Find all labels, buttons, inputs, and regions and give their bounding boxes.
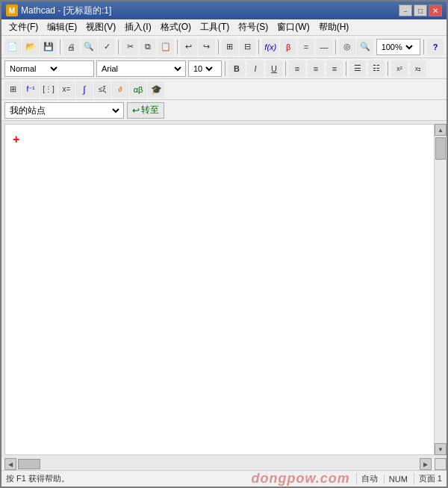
scroll-thumb-v[interactable] bbox=[435, 137, 446, 160]
goto-label: 转至 bbox=[141, 104, 159, 116]
status-bar: 按 F1 获得帮助。 dongpow.com 自动 NUM 页面 1 bbox=[1, 470, 447, 487]
align-left-button[interactable]: ≡ bbox=[289, 60, 305, 77]
menu-help[interactable]: 帮助(H) bbox=[314, 19, 354, 35]
format-sep-4 bbox=[388, 61, 388, 76]
location-select[interactable]: 我的站点 bbox=[7, 104, 122, 116]
fx-button[interactable]: f(x) bbox=[262, 39, 279, 55]
format-bar: Normal Heading 1 Heading 2 Arial Times N… bbox=[1, 58, 447, 79]
status-num: NUM bbox=[384, 475, 408, 484]
style-select-container[interactable]: Normal Heading 1 Heading 2 bbox=[4, 60, 94, 77]
scroll-left-button[interactable]: ◀ bbox=[4, 458, 16, 470]
font-select-container[interactable]: Arial Times New Roman SimSun bbox=[96, 60, 186, 77]
scroll-track-v[interactable] bbox=[435, 136, 447, 443]
menu-window[interactable]: 窗口(W) bbox=[273, 19, 314, 35]
title-bar: M Mathcad - [无标题的:1] – □ ✕ bbox=[1, 1, 447, 19]
dash-button[interactable]: — bbox=[316, 39, 332, 55]
h-scroll-row: ◀ ▶ bbox=[1, 458, 447, 470]
matrix-button[interactable]: ⊞ bbox=[4, 81, 21, 98]
print-button[interactable]: 🖨 bbox=[63, 39, 80, 55]
preview-button[interactable]: 🔍 bbox=[81, 39, 98, 55]
document-pane[interactable]: + bbox=[4, 124, 435, 455]
vector-button[interactable]: [⋮] bbox=[40, 81, 57, 98]
zoom-out-button[interactable]: 🔍 bbox=[357, 39, 373, 55]
italic-button[interactable]: I bbox=[247, 60, 264, 77]
bottom-row: ◀ ▶ 按 F1 获得帮助。 dongpow.com 自动 NUM 页面 1 bbox=[1, 458, 447, 487]
nav-bar: 我的站点 ↩ 转至 bbox=[1, 100, 447, 121]
greek-button[interactable]: αβ bbox=[130, 81, 146, 98]
list1-button[interactable]: ☰ bbox=[349, 60, 366, 77]
main-window: M Mathcad - [无标题的:1] – □ ✕ 文件(F) 编辑(E) 视… bbox=[0, 0, 448, 488]
underline-button[interactable]: U bbox=[266, 60, 282, 77]
size-select[interactable]: 10 8 9 11 12 bbox=[190, 63, 215, 74]
derivative-button[interactable]: ∂ bbox=[112, 81, 128, 98]
menu-file[interactable]: 文件(F) bbox=[4, 19, 43, 35]
menu-symbols[interactable]: 符号(S) bbox=[234, 19, 273, 35]
vertical-scrollbar[interactable]: ▲ ▼ bbox=[435, 124, 447, 455]
insert1-button[interactable]: ⊞ bbox=[222, 39, 238, 55]
insert2-button[interactable]: ⊟ bbox=[240, 39, 256, 55]
equals-button[interactable]: = bbox=[298, 39, 314, 55]
bold-button[interactable]: B bbox=[228, 60, 245, 77]
menu-tools[interactable]: 工具(T) bbox=[196, 19, 234, 35]
location-select-container[interactable]: 我的站点 bbox=[4, 102, 124, 119]
function-button[interactable]: f⁻¹ bbox=[22, 81, 39, 98]
scroll-thumb-h[interactable] bbox=[18, 459, 40, 469]
scroll-track-h[interactable] bbox=[16, 458, 420, 470]
toolbar-sep-4 bbox=[218, 40, 219, 54]
assign-button[interactable]: x= bbox=[58, 81, 75, 98]
menu-format[interactable]: 格式(O) bbox=[156, 19, 196, 35]
status-auto: 自动 bbox=[356, 473, 378, 484]
superscript-button[interactable]: x² bbox=[391, 60, 408, 77]
toolbar-sep-7 bbox=[423, 40, 424, 54]
font-select[interactable]: Arial Times New Roman SimSun bbox=[99, 63, 184, 74]
scroll-right-button[interactable]: ▶ bbox=[420, 458, 432, 470]
align-right-button[interactable]: ≡ bbox=[326, 60, 343, 77]
cursor-marker: + bbox=[13, 134, 19, 146]
format-sep-3 bbox=[346, 61, 346, 76]
beta-button[interactable]: β bbox=[280, 39, 296, 55]
scroll-down-button[interactable]: ▼ bbox=[435, 443, 447, 455]
redo-button[interactable]: ↪ bbox=[199, 39, 215, 55]
zoom-select-container[interactable]: 100% 50% 75% 125% 150% 200% bbox=[376, 39, 421, 55]
zoom-select[interactable]: 100% 50% 75% 125% 150% 200% bbox=[379, 42, 415, 52]
integral-button[interactable]: ∫ bbox=[76, 81, 93, 98]
scroll-up-button[interactable]: ▲ bbox=[435, 124, 447, 136]
target-button[interactable]: ◎ bbox=[339, 39, 355, 55]
save-button[interactable]: 💾 bbox=[40, 39, 57, 55]
status-right: dongpow.com 自动 NUM 页面 1 bbox=[251, 471, 442, 487]
style-select[interactable]: Normal Heading 1 Heading 2 bbox=[7, 63, 60, 74]
format-sep-2 bbox=[285, 61, 286, 76]
math-toolbar: ⊞ f⁻¹ [⋮] x= ∫ ≤ξ ∂ αβ 🎓 bbox=[1, 79, 447, 100]
main-toolbar: 📄 📂 💾 🖨 🔍 ✓ ✂ ⧉ 📋 ↩ ↪ ⊞ ⊟ f(x) β = — ◎ 🔍… bbox=[1, 36, 447, 58]
paste-button[interactable]: 📋 bbox=[158, 39, 174, 55]
menu-insert[interactable]: 插入(I) bbox=[120, 19, 155, 35]
horizontal-scrollbar[interactable]: ◀ ▶ bbox=[4, 458, 432, 470]
unit-button[interactable]: 🎓 bbox=[148, 81, 164, 98]
minimize-button[interactable]: – bbox=[399, 4, 412, 16]
status-page: 页面 1 bbox=[414, 473, 442, 484]
goto-icon: ↩ bbox=[132, 105, 140, 116]
cut-button[interactable]: ✂ bbox=[122, 39, 138, 55]
align-center-button[interactable]: ≡ bbox=[308, 60, 324, 77]
open-button[interactable]: 📂 bbox=[22, 39, 39, 55]
menu-edit[interactable]: 编辑(E) bbox=[43, 19, 81, 35]
limit-button[interactable]: ≤ξ bbox=[94, 81, 111, 98]
list2-button[interactable]: ☷ bbox=[368, 60, 385, 77]
new-button[interactable]: 📄 bbox=[4, 39, 21, 55]
subscript-button[interactable]: x₂ bbox=[410, 60, 426, 77]
scroll-corner bbox=[435, 458, 447, 470]
size-select-container[interactable]: 10 8 9 11 12 bbox=[188, 60, 222, 77]
close-button[interactable]: ✕ bbox=[429, 4, 442, 16]
menu-view[interactable]: 视图(V) bbox=[81, 19, 120, 35]
copy-button[interactable]: ⧉ bbox=[140, 39, 156, 55]
help-button[interactable]: ? bbox=[427, 39, 444, 55]
window-title: Mathcad - [无标题的:1] bbox=[21, 4, 399, 17]
toolbar-sep-2 bbox=[118, 40, 119, 54]
content-area: + ▲ ▼ bbox=[1, 121, 447, 458]
title-bar-buttons: – □ ✕ bbox=[399, 4, 442, 16]
goto-button[interactable]: ↩ 转至 bbox=[127, 102, 164, 119]
undo-button[interactable]: ↩ bbox=[181, 39, 197, 55]
restore-button[interactable]: □ bbox=[414, 4, 427, 16]
spell-button[interactable]: ✓ bbox=[99, 39, 115, 55]
toolbar-sep-1 bbox=[60, 40, 60, 54]
